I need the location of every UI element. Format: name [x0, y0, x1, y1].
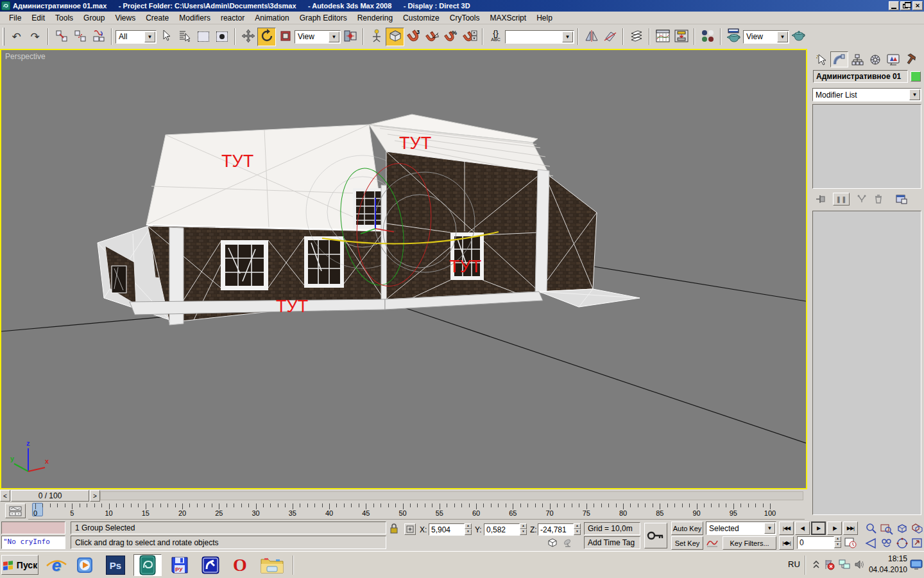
hide-tray-icons-chevron[interactable] [810, 558, 823, 571]
render-type-dropdown[interactable]: View ▼ [743, 30, 789, 44]
zoom-extents-all-button[interactable] [911, 522, 923, 536]
default-in-out-tangents-icon[interactable] [706, 538, 719, 549]
tab-motion[interactable] [866, 51, 884, 67]
floppy-save-icon[interactable]: РУ [167, 554, 193, 576]
absolute-offset-toggle[interactable] [404, 523, 416, 535]
field-of-view-button[interactable] [865, 537, 878, 551]
select-and-move-button[interactable] [239, 28, 257, 46]
time-slider-thumb[interactable]: 0 / 100 [11, 490, 89, 502]
dropdown-arrow-icon[interactable]: ▼ [777, 31, 788, 42]
current-frame-field[interactable]: 0 [797, 536, 834, 549]
schematic-view-button[interactable] [672, 28, 690, 46]
make-unique-button[interactable] [853, 193, 870, 206]
menu-item-maxscript[interactable]: MAXScript [484, 12, 531, 24]
go-to-end-button[interactable]: ▶▶| [843, 521, 858, 535]
viewport-label[interactable]: Perspective [5, 52, 46, 61]
language-indicator[interactable]: RU [788, 559, 800, 569]
key-filters-button[interactable]: Key Filters... [723, 536, 776, 550]
quick-render-button[interactable] [789, 28, 808, 46]
y-coord-field[interactable]: 0,582 [484, 523, 520, 536]
menu-item-edit[interactable]: Edit [26, 12, 50, 24]
maxscript-mini-listener[interactable]: "No cryInfo [1, 536, 65, 549]
pan-button[interactable] [880, 537, 893, 551]
show-desktop-icon[interactable] [910, 558, 923, 572]
undo-button[interactable]: ↶ [7, 28, 26, 46]
dropdown-arrow-icon[interactable]: ▼ [909, 89, 920, 100]
time-configuration-button[interactable] [844, 537, 857, 550]
menu-item-customize[interactable]: Customize [398, 12, 445, 24]
menu-item-rendering[interactable]: Rendering [352, 12, 398, 24]
next-frame-slider-button[interactable]: > [90, 490, 100, 502]
menu-item-views[interactable]: Views [110, 12, 141, 24]
menu-item-crytools[interactable]: CryTools [445, 12, 485, 24]
select-and-rotate-button[interactable] [257, 28, 276, 46]
previous-frame-button[interactable]: ◀| [795, 521, 810, 535]
named-selection-sets-dropdown[interactable]: ▼ [505, 30, 574, 44]
photoshop-icon[interactable]: Ps [103, 554, 128, 576]
menu-item-file[interactable]: File [4, 12, 26, 24]
dropdown-arrow-icon[interactable]: ▼ [764, 523, 775, 534]
y-coord-spinner[interactable]: ▲▼ [520, 523, 527, 535]
go-to-start-button[interactable]: |◀◀ [779, 521, 794, 535]
show-end-result-button[interactable]: ❚❚ [833, 193, 850, 206]
play-button[interactable]: ▶ [811, 521, 826, 535]
tab-create[interactable] [812, 51, 830, 67]
open-mini-curve-editor-button[interactable] [5, 504, 26, 518]
menu-item-graph-editors[interactable]: Graph Editors [295, 12, 352, 24]
arc-rotate-button[interactable] [896, 537, 909, 551]
tray-clock[interactable]: 18:15 04.04.2010 [869, 554, 907, 575]
security-alert-icon[interactable] [823, 558, 835, 571]
zoom-button[interactable] [865, 522, 878, 536]
z-coord-field[interactable]: -24,781 [538, 523, 574, 536]
use-pivot-point-center-button[interactable] [341, 28, 359, 46]
internet-explorer-icon[interactable]: e [44, 554, 69, 576]
mirror-button[interactable] [582, 28, 601, 46]
redo-button[interactable]: ↷ [26, 28, 44, 46]
unlink-button[interactable] [71, 28, 89, 46]
selection-filter-dropdown[interactable]: All ▼ [116, 30, 157, 44]
restore-button[interactable] [900, 1, 911, 10]
file-manager-icon[interactable] [257, 554, 287, 576]
key-mode-dropdown[interactable]: Selected ▼ [706, 521, 776, 535]
tab-hierarchy[interactable] [848, 51, 866, 67]
minimize-button[interactable] [889, 1, 899, 10]
render-scene-dialog-button[interactable] [724, 28, 743, 46]
selection-lock-toggle[interactable] [389, 523, 399, 536]
menu-item-create[interactable]: Create [141, 12, 174, 24]
menu-item-modifiers[interactable]: Modifiers [174, 12, 216, 24]
start-button[interactable]: Пуск [1, 555, 38, 575]
dropdown-arrow-icon[interactable]: ▼ [562, 31, 573, 42]
menu-item-tools[interactable]: Tools [50, 12, 78, 24]
maxscript-mini-listener-pink[interactable] [1, 521, 65, 534]
viewport-canvas[interactable] [1, 50, 806, 488]
rectangular-selection-region-button[interactable] [194, 28, 212, 46]
select-and-manipulate-button[interactable] [367, 28, 386, 46]
modifier-stack-list[interactable] [812, 104, 921, 189]
tab-utilities[interactable] [902, 51, 920, 67]
house-model[interactable] [98, 114, 640, 325]
punto-switcher-icon[interactable] [198, 554, 223, 576]
curve-editor-button[interactable] [653, 28, 672, 46]
opera-icon[interactable]: O [227, 554, 253, 576]
frame-spinner[interactable]: ▲▼ [834, 536, 841, 548]
window-crossing-toggle-button[interactable] [212, 28, 231, 46]
time-slider-track[interactable] [100, 491, 803, 500]
close-button[interactable]: ✕ [912, 1, 923, 10]
object-name-field[interactable]: Административное 01 [813, 70, 908, 83]
dropdown-arrow-icon[interactable]: ▼ [144, 31, 155, 42]
media-player-icon[interactable] [72, 554, 98, 576]
volume-icon[interactable] [853, 558, 866, 571]
menu-item-animation[interactable]: Animation [250, 12, 294, 24]
tab-display[interactable] [884, 51, 902, 67]
3dsmax-taskbar-button[interactable] [133, 554, 162, 576]
align-button[interactable] [601, 28, 619, 46]
zoom-all-button[interactable] [880, 522, 893, 536]
adaptive-degradation-icon[interactable] [547, 537, 558, 550]
zoom-extents-button[interactable] [896, 522, 909, 536]
object-color-swatch[interactable] [911, 71, 921, 82]
snaps-toggle-3d-button[interactable]: 3 [404, 28, 423, 46]
select-object-button[interactable] [157, 28, 175, 46]
maximize-viewport-toggle-button[interactable] [911, 537, 923, 551]
x-coord-field[interactable]: 5,904 [429, 523, 465, 536]
network-icon[interactable] [838, 558, 851, 571]
